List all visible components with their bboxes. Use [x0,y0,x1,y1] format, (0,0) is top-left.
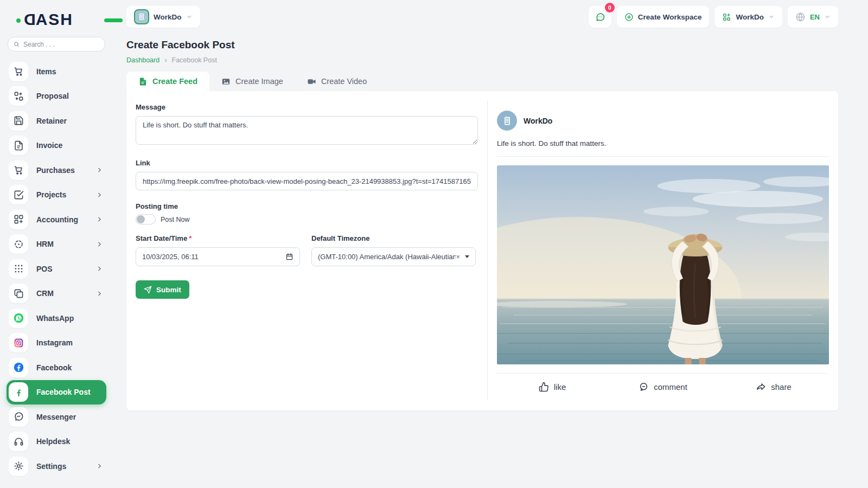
image-icon [221,77,231,86]
post-form: Message Life is short. Do stuff that mat… [126,91,487,410]
preview-message: Life is short. Do stuff that matters. [497,139,829,157]
post-image [497,165,829,364]
post-actions: likecommentshare [497,373,829,392]
message-label: Message [136,103,478,111]
clear-icon[interactable]: × [456,253,460,261]
create-workspace-button[interactable]: Create Workspace [617,6,710,28]
action-label: share [771,382,792,391]
sidebar-item-helpdesk[interactable]: Helpdesk [7,429,106,454]
dots-grid-icon [9,259,28,279]
sidebar-item-accounting[interactable]: Accounting [7,207,106,232]
building-icon [134,9,149,24]
tab-create-video[interactable]: Create Video [295,72,379,91]
plus-circle-icon [624,12,634,22]
sidebar-nav: ItemsProposalRetainerInvoicePurchasesPro… [0,57,113,484]
check-square-icon [9,185,28,204]
like-icon [539,382,549,392]
sidebar-item-messenger[interactable]: Messenger [7,404,106,429]
sidebar-item-projects[interactable]: Projects [7,183,106,208]
message-textarea[interactable]: Life is short. Do stuff that matters. [136,116,478,145]
sidebar-item-label: WhatsApp [36,314,74,323]
workspace-name: WorkDo [154,13,182,21]
sidebar-item-label: Proposal [36,92,69,100]
tab-create-feed[interactable]: Create Feed [126,72,209,91]
timezone-value: (GMT-10:00) America/Adak (Hawaii-Aleutia… [318,253,456,261]
sidebar-item-facebook-post[interactable]: Facebook Post [7,380,106,405]
calendar-icon [285,253,293,261]
like-button[interactable]: like [497,382,608,392]
sidebar-item-instagram[interactable]: Instagram [7,331,106,356]
globe-icon [795,12,806,22]
whatsapp-icon [9,309,28,328]
comment-button[interactable]: comment [608,382,718,392]
breadcrumb-current: Facebook Post [172,56,217,64]
post-now-label: Post Now [161,216,190,223]
link-input[interactable] [136,172,478,190]
tab-label: Create Feed [152,77,197,86]
chevron-down-icon [768,14,775,20]
sidebar-item-label: Accounting [36,215,78,224]
sidebar-item-label: Settings [36,462,66,471]
main-area: WorkDo 0 Create Workspace WorkDo EN [113,0,868,410]
sidebar-item-hrm[interactable]: HRM [7,232,106,257]
breadcrumb: Dashboard › Facebook Post [126,56,838,64]
crosshair-icon [9,234,28,254]
sidebar-item-whatsapp[interactable]: WhatsApp [7,306,106,331]
sidebar-item-retainer[interactable]: Retainer [7,108,106,133]
sidebar-item-items[interactable]: Items [7,59,106,84]
messenger-icon [9,407,28,427]
language-code: EN [810,13,820,21]
topbar: WorkDo 0 Create Workspace WorkDo EN [126,0,838,31]
sidebar-item-settings[interactable]: Settings [7,454,106,479]
content-card: Message Life is short. Do stuff that mat… [126,91,838,410]
sidebar-item-invoice[interactable]: Invoice [7,133,106,158]
tab-label: Create Video [321,77,367,86]
workspace-selector[interactable]: WorkDo [126,6,200,28]
start-datetime-label: Start Date/Time* [136,234,300,242]
instagram-icon [9,333,28,352]
save-icon [9,111,28,131]
tabs: Create FeedCreate ImageCreate Video [126,72,838,91]
sidebar-item-facebook[interactable]: Facebook [7,355,106,380]
sidebar-item-label: Facebook Post [36,388,91,396]
cart-icon [9,62,28,81]
sidebar: DASH ItemsProposalRetainerInvoicePurchas… [0,0,113,488]
messages-button[interactable]: 0 [589,6,611,28]
sidebar-item-crm[interactable]: CRM [7,281,106,306]
sidebar-item-label: Messenger [36,413,76,421]
toggle-knob [137,215,145,223]
cart-icon [9,160,28,180]
sidebar-item-pos[interactable]: POS [7,256,106,281]
required-asterisk: * [189,234,192,242]
sidebar-item-proposal[interactable]: Proposal [7,84,106,109]
action-label: like [554,382,566,391]
preview-author: WorkDo [524,117,552,125]
share-button[interactable]: share [718,382,829,392]
avatar [497,111,517,131]
sidebar-item-label: Facebook [36,363,72,372]
sidebar-search [8,37,105,52]
workspace-menu[interactable]: WorkDo [714,6,782,28]
sidebar-item-label: Helpdesk [36,437,70,446]
breadcrumb-separator: › [164,56,167,64]
tab-create-image[interactable]: Create Image [209,72,295,91]
app-logo[interactable]: DASH [23,10,113,29]
building-icon [502,115,513,126]
topbar-right: 0 Create Workspace WorkDo EN [589,6,838,28]
language-selector[interactable]: EN [788,6,838,28]
post-now-toggle[interactable] [136,214,156,224]
search-input[interactable] [23,41,99,48]
submit-button[interactable]: Submit [136,280,189,299]
chevron-right-icon [96,166,103,174]
action-label: comment [654,382,687,391]
start-datetime-input[interactable]: 10/03/2025, 06:11 [136,247,300,266]
breadcrumb-dashboard-link[interactable]: Dashboard [126,56,159,64]
timezone-select[interactable]: (GMT-10:00) America/Adak (Hawaii-Aleutia… [311,247,476,266]
headset-icon [9,432,28,451]
posting-time-label: Posting time [136,202,478,210]
grid-plus-icon [9,210,28,229]
chevron-right-icon [96,290,103,297]
chevron-right-icon [96,216,103,223]
sidebar-item-purchases[interactable]: Purchases [7,158,106,183]
logo-dot [16,18,21,23]
